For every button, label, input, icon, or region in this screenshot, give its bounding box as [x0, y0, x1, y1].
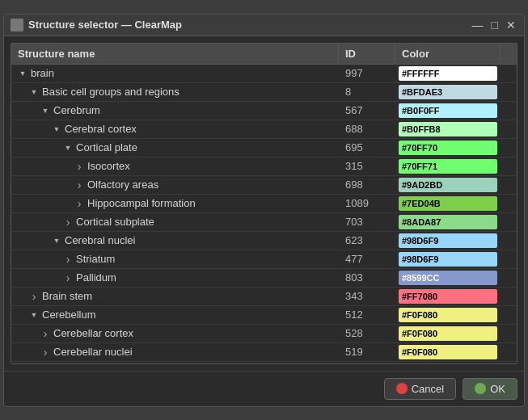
table-row[interactable]: ▼brain997#FFFFFF — [11, 65, 517, 83]
color-cell: #F0F080 — [395, 325, 501, 342]
expand-icon[interactable]: › — [63, 273, 73, 283]
color-swatch: #F0F080 — [399, 326, 497, 341]
extra-cell — [501, 213, 517, 231]
id-cell: 997 — [339, 65, 395, 82]
expand-icon[interactable]: › — [29, 292, 39, 301]
expand-icon[interactable]: ▼ — [29, 87, 39, 97]
table-row[interactable]: ›Olfactory areas698#9AD2BD — [11, 176, 517, 195]
color-cell: #98D6F9 — [395, 250, 501, 268]
color-swatch: #8ADA87 — [399, 215, 497, 229]
table-row[interactable]: ›Pallidum803#8599CC — [11, 269, 517, 288]
extra-cell — [501, 120, 517, 138]
expand-icon[interactable]: ▼ — [52, 124, 61, 134]
id-cell: 477 — [339, 250, 395, 268]
extra-cell — [501, 269, 517, 287]
expand-icon[interactable]: ▼ — [40, 106, 50, 116]
name-cell: ▼Cerebrum — [11, 102, 339, 120]
id-cell: 1089 — [339, 195, 395, 212]
table-row[interactable]: ▼Cerebellum512#F0F080 — [11, 306, 517, 325]
color-swatch: #FFFFFF — [399, 66, 497, 81]
id-cell: 688 — [339, 120, 395, 138]
titlebar-left: Structure selector — ClearMap — [11, 19, 182, 32]
id-cell: 519 — [339, 343, 395, 361]
expand-icon[interactable]: › — [74, 180, 84, 190]
table-row[interactable]: ▼Basic cell groups and regions8#BFDAE3 — [11, 83, 517, 102]
id-cell: 803 — [339, 269, 395, 287]
name-cell: ›Cerebellar nuclei — [11, 343, 339, 361]
structure-name: Isocortex — [87, 160, 130, 172]
close-button[interactable]: ✕ — [505, 19, 517, 32]
color-cell: #FF7080 — [395, 288, 501, 305]
expand-icon[interactable]: ▼ — [18, 69, 27, 78]
table-row[interactable]: ›fiber tracts1009#CCCCCC — [11, 362, 517, 363]
name-cell: ›Pallidum — [11, 269, 339, 287]
table-row[interactable]: ›Hippocampal formation1089#7ED04B — [11, 195, 517, 213]
color-swatch: #70FF71 — [399, 159, 497, 174]
color-swatch: #9AD2BD — [399, 178, 497, 192]
extra-cell — [501, 102, 517, 120]
tree-body[interactable]: ▼brain997#FFFFFF▼Basic cell groups and r… — [11, 65, 517, 363]
table-row[interactable]: ›Cerebellar cortex528#F0F080 — [11, 325, 517, 343]
expand-icon[interactable]: › — [74, 199, 84, 208]
name-cell: ▼Basic cell groups and regions — [11, 83, 339, 101]
id-cell: 315 — [339, 158, 395, 175]
expand-icon[interactable]: › — [63, 254, 73, 264]
extra-cell — [501, 306, 517, 324]
table-row[interactable]: ▼Cerebrum567#B0F0FF — [11, 102, 517, 120]
color-cell: #98D6F9 — [395, 232, 501, 250]
cancel-button[interactable]: Cancel — [384, 378, 456, 400]
table-row[interactable]: ›Cerebellar nuclei519#F0F080 — [11, 343, 517, 362]
structure-name: Cerebral cortex — [65, 123, 137, 135]
table-row[interactable]: ▼Cerebral nuclei623#98D6F9 — [11, 232, 517, 250]
extra-cell — [501, 325, 517, 342]
ok-button[interactable]: OK — [463, 378, 517, 400]
col-header-id: ID — [339, 44, 395, 64]
structure-name: Cerebrum — [53, 104, 100, 116]
expand-icon[interactable]: › — [40, 347, 50, 357]
id-cell: 567 — [339, 102, 395, 120]
name-cell: ›Hippocampal formation — [11, 195, 339, 212]
color-cell: #70FF71 — [395, 158, 501, 175]
expand-icon[interactable]: › — [63, 217, 73, 227]
color-swatch: #98D6F9 — [399, 233, 497, 248]
structure-name: Brain stem — [42, 290, 92, 302]
ok-label: OK — [490, 383, 505, 395]
expand-icon[interactable]: › — [74, 162, 84, 171]
table-row[interactable]: ›Striatum477#98D6F9 — [11, 250, 517, 269]
cancel-label: Cancel — [412, 383, 444, 395]
color-cell: #FFFFFF — [395, 65, 501, 82]
maximize-button[interactable]: □ — [490, 19, 500, 32]
expand-icon[interactable]: ▼ — [29, 310, 39, 320]
color-cell: #8599CC — [395, 269, 501, 287]
extra-cell — [501, 362, 517, 363]
table-row[interactable]: ▼Cortical plate695#70FF70 — [11, 139, 517, 158]
color-cell: #CCCCCC — [395, 362, 501, 363]
color-swatch: #FF7080 — [399, 289, 497, 304]
id-cell: 528 — [339, 325, 395, 342]
expand-icon[interactable]: ▼ — [52, 236, 61, 246]
table-row[interactable]: ›Brain stem343#FF7080 — [11, 288, 517, 306]
structure-name: Olfactory areas — [87, 178, 158, 191]
color-swatch: #7ED04B — [399, 196, 497, 211]
table-row[interactable]: ›Cortical subplate703#8ADA87 — [11, 213, 517, 232]
id-cell: 512 — [339, 306, 395, 324]
color-cell: #7ED04B — [395, 195, 501, 212]
expand-icon[interactable]: ▼ — [63, 143, 73, 153]
name-cell: ›fiber tracts — [11, 362, 339, 363]
minimize-button[interactable]: — — [471, 19, 485, 32]
color-swatch: #F0F080 — [399, 345, 497, 359]
tree-table: Structure name ID Color ▼brain997#FFFFFF… — [11, 43, 517, 364]
structure-name: Cortical plate — [76, 141, 137, 153]
expand-icon[interactable]: › — [40, 329, 50, 338]
color-cell: #9AD2BD — [395, 176, 501, 194]
name-cell: ▼Cerebral nuclei — [11, 232, 339, 250]
extra-cell — [501, 176, 517, 194]
table-row[interactable]: ›Isocortex315#70FF71 — [11, 158, 517, 176]
tree-header: Structure name ID Color — [11, 44, 517, 65]
titlebar-controls[interactable]: — □ ✕ — [471, 19, 517, 32]
name-cell: ›Brain stem — [11, 288, 339, 305]
table-row[interactable]: ▼Cerebral cortex688#B0FFB8 — [11, 120, 517, 139]
color-swatch: #8599CC — [399, 271, 497, 285]
color-cell: #F0F080 — [395, 306, 501, 324]
id-cell: 698 — [339, 176, 395, 194]
